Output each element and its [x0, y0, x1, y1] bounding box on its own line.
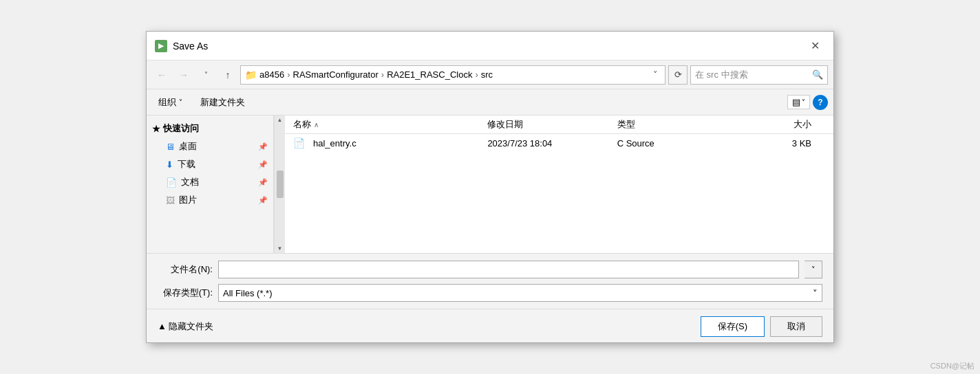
address-bar[interactable]: 📁 a8456 › RASmartConfigurator › RA2E1_RA…: [240, 65, 665, 85]
title-bar-left: ▶ Save As: [155, 40, 208, 52]
sidebar-documents-label: 文档: [181, 176, 199, 188]
path-separator-0: ›: [287, 69, 290, 80]
back-button[interactable]: ←: [152, 65, 171, 85]
help-button[interactable]: ?: [813, 95, 828, 110]
file-size-cell: 3 KB: [747, 138, 825, 148]
forward-button[interactable]: →: [174, 65, 193, 85]
file-list: 名称 ∧ 修改日期 类型 大小 📄 hal_entry.c: [285, 116, 833, 253]
sidebar-item-downloads[interactable]: ⬇ 下载 📌: [147, 155, 273, 173]
sidebar-item-documents[interactable]: 📄 文档 📌: [147, 173, 273, 191]
document-icon: 📄: [166, 177, 177, 188]
watermark: CSDN@记帖: [930, 361, 974, 371]
file-name: hal_entry.c: [313, 138, 356, 148]
quick-access-icon: ★: [152, 124, 160, 134]
desktop-icon: 🖥: [166, 142, 175, 152]
col-date-label: 修改日期: [487, 119, 523, 129]
sidebar-desktop-label: 桌面: [179, 140, 197, 153]
folder-icon: 📁: [245, 69, 257, 80]
search-icon[interactable]: 🔍: [812, 69, 823, 80]
col-name-label: 名称: [293, 118, 311, 131]
organize-button[interactable]: 组织 ˅: [152, 94, 189, 111]
path-segment-3[interactable]: src: [481, 69, 493, 80]
file-row[interactable]: 📄 hal_entry.c 2023/7/23 18:04 C Source 3…: [285, 134, 833, 152]
scroll-thumb: [277, 170, 284, 198]
view-mode-dropdown[interactable]: ˅: [802, 98, 805, 106]
column-header-name[interactable]: 名称 ∧: [293, 118, 487, 131]
file-date: 2023/7/23 18:04: [487, 138, 552, 148]
organize-label: 组织: [158, 96, 176, 109]
new-folder-button[interactable]: 新建文件夹: [194, 94, 251, 111]
filename-label: 文件名(N):: [158, 263, 213, 276]
sidebar-scrollbar[interactable]: ▲ ▼: [274, 116, 285, 253]
column-header-date[interactable]: 修改日期: [487, 118, 617, 131]
search-placeholder: 在 src 中搜索: [695, 69, 809, 81]
column-header-type[interactable]: 类型: [617, 118, 747, 131]
main-content: ★ 快速访问 🖥 桌面 📌 ⬇ 下载 📌 📄 文档 📌: [147, 116, 833, 253]
path-separator-2: ›: [475, 69, 478, 80]
hide-folders-toggle[interactable]: ▲ 隐藏文件夹: [158, 320, 213, 333]
sidebar-item-pictures[interactable]: 🖼 图片 📌: [147, 191, 273, 209]
filetype-row: 保存类型(T): All Files (*.*) ˅: [158, 284, 822, 302]
sidebar-container: ★ 快速访问 🖥 桌面 📌 ⬇ 下载 📌 📄 文档 📌: [147, 116, 285, 253]
sort-icon: ∧: [314, 121, 319, 129]
file-size: 3 KB: [792, 138, 811, 148]
dropdown-recent-button[interactable]: ˅: [196, 65, 215, 85]
up-button[interactable]: ↑: [218, 65, 237, 85]
filetype-select[interactable]: All Files (*.*) ˅: [218, 284, 822, 302]
scroll-track: [277, 124, 284, 244]
close-button[interactable]: ✕: [805, 36, 825, 56]
col-type-label: 类型: [617, 119, 635, 129]
sidebar-downloads-label: 下载: [178, 158, 195, 170]
col-size-label: 大小: [793, 119, 811, 129]
file-icon: 📄: [293, 138, 305, 148]
organize-dropdown-icon: ˅: [179, 98, 182, 106]
new-folder-label: 新建文件夹: [200, 96, 245, 109]
quick-access-label: 快速访问: [163, 122, 199, 135]
app-icon: ▶: [155, 40, 167, 52]
path-segment-2[interactable]: RA2E1_RASC_Clock: [387, 69, 472, 80]
title-bar: ▶ Save As ✕: [147, 32, 833, 60]
sidebar-pictures-label: 图片: [179, 194, 197, 206]
sidebar-group-quick-access[interactable]: ★ 快速访问: [147, 120, 273, 138]
path-segment-1[interactable]: RASmartConfigurator: [293, 69, 379, 80]
view-mode-button[interactable]: ▤ ˅: [787, 95, 810, 109]
address-dropdown-button[interactable]: ˅: [650, 69, 661, 80]
cancel-button[interactable]: 取消: [770, 316, 822, 337]
buttons-row: ▲ 隐藏文件夹 保存(S) 取消: [147, 309, 833, 342]
pictures-icon: 🖼: [166, 195, 175, 206]
refresh-button[interactable]: ⟳: [668, 65, 688, 85]
save-as-dialog: ▶ Save As ✕ ← → ˅ ↑ 📁 a8456 › RASmartCon…: [146, 31, 834, 343]
scroll-up-arrow[interactable]: ▲: [277, 117, 283, 123]
downloads-pin-icon: 📌: [258, 160, 268, 169]
scroll-down-arrow[interactable]: ▼: [277, 245, 283, 252]
action-bar: 组织 ˅ 新建文件夹 ▤ ˅ ?: [147, 89, 833, 116]
file-name-cell: 📄 hal_entry.c: [293, 138, 487, 148]
search-bar[interactable]: 在 src 中搜索 🔍: [690, 65, 828, 85]
path-segment-0[interactable]: a8456: [259, 69, 284, 80]
file-type-cell: C Source: [617, 138, 747, 148]
view-options: ▤ ˅ ?: [787, 95, 828, 110]
pictures-pin-icon: 📌: [258, 196, 268, 205]
file-list-header: 名称 ∧ 修改日期 类型 大小: [285, 116, 833, 134]
filetype-dropdown-icon: ˅: [813, 288, 818, 298]
filename-dropdown-button[interactable]: ˅: [805, 261, 822, 278]
column-header-size[interactable]: 大小: [747, 118, 825, 131]
file-type: C Source: [617, 138, 654, 148]
filename-input[interactable]: [218, 261, 799, 278]
download-icon: ⬇: [166, 160, 173, 170]
documents-pin-icon: 📌: [258, 178, 268, 187]
sidebar: ★ 快速访问 🖥 桌面 📌 ⬇ 下载 📌 📄 文档 📌: [147, 116, 274, 253]
toolbar: ← → ˅ ↑ 📁 a8456 › RASmartConfigurator › …: [147, 60, 833, 89]
address-path: a8456 › RASmartConfigurator › RA2E1_RASC…: [259, 69, 493, 80]
filetype-label: 保存类型(T):: [158, 287, 213, 299]
desktop-pin-icon: 📌: [258, 142, 268, 151]
action-buttons: 保存(S) 取消: [701, 316, 822, 337]
save-button[interactable]: 保存(S): [701, 316, 765, 337]
file-date-cell: 2023/7/23 18:04: [487, 138, 617, 148]
bottom-section: 文件名(N): ˅ 保存类型(T): All Files (*.*) ˅: [147, 253, 833, 309]
view-mode-icon: ▤: [792, 97, 800, 107]
hide-folders-label: ▲ 隐藏文件夹: [158, 320, 213, 333]
path-separator-1: ›: [381, 69, 384, 80]
sidebar-item-desktop[interactable]: 🖥 桌面 📌: [147, 138, 273, 155]
filename-row: 文件名(N): ˅: [158, 261, 822, 278]
